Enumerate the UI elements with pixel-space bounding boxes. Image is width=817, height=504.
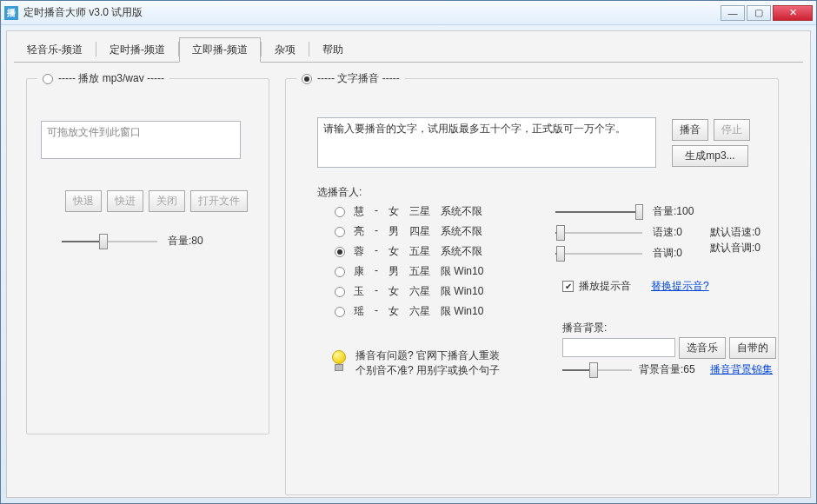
voice-cell: -	[375, 204, 378, 219]
voice-cell: 康	[354, 264, 364, 279]
bg-label: 播音背景:	[562, 321, 607, 335]
tab-immediate[interactable]: 立即播-频道	[179, 37, 261, 63]
play-tts-button[interactable]: 播音	[672, 119, 708, 141]
file-volume-slider[interactable]	[62, 237, 157, 246]
voice-cell: 六星	[409, 284, 430, 299]
voice-cell: -	[375, 224, 378, 239]
voice-cell: -	[375, 284, 378, 299]
minimize-button[interactable]: ―	[721, 5, 745, 21]
default-pitch-label: 默认音调:0	[710, 241, 761, 255]
tab-help[interactable]: 帮助	[309, 37, 356, 63]
voice-radio[interactable]	[335, 227, 345, 237]
tts-speed-label: 语速:0	[653, 225, 682, 240]
tts-pitch-label: 音调:0	[653, 246, 682, 261]
bg-collection-link[interactable]: 播音背景锦集	[710, 362, 773, 377]
voice-cell: 亮	[354, 224, 364, 239]
tab-content: ----- 播放 mp3/wav ----- 可拖放文件到此窗口 快退 快进 关…	[7, 63, 810, 497]
generate-mp3-button[interactable]: 生成mp3...	[672, 145, 748, 167]
choose-music-button[interactable]: 选音乐	[679, 337, 726, 359]
fastforward-button[interactable]: 快进	[107, 190, 143, 212]
voice-cell: 六星	[409, 304, 430, 319]
tts-text-input[interactable]: 请输入要播音的文字，试用版最多五十个字，正式版可一万个字。	[317, 117, 656, 168]
voice-cell: 系统不限	[441, 204, 482, 219]
hint-line-2: 个别音不准? 用别字或换个句子	[355, 363, 500, 378]
voice-cell: 五星	[409, 264, 430, 279]
voice-list: 慧-女三星系统不限亮-男四星系统不限蓉-女五星系统不限康-男五星限 Win10玉…	[335, 204, 483, 324]
group-text-to-speech: ----- 文字播音 ----- 请输入要播音的文字，试用版最多五十个字，正式版…	[285, 78, 779, 495]
radio-play-file[interactable]	[43, 74, 53, 84]
voice-radio[interactable]	[335, 247, 345, 257]
window-title: 定时播音大师 v3.0 试用版	[23, 5, 721, 20]
tts-pitch-slider[interactable]	[555, 249, 642, 258]
voice-cell: 瑶	[354, 304, 364, 319]
bg-volume-label: 背景音量:65	[639, 362, 695, 377]
open-file-button[interactable]: 打开文件	[190, 190, 248, 212]
window-controls: ― ▢ ✕	[721, 5, 813, 21]
group-play-file-header: ----- 播放 mp3/wav -----	[37, 71, 169, 86]
close-button[interactable]: ✕	[773, 5, 813, 21]
voice-cell: 慧	[354, 204, 364, 219]
voice-radio[interactable]	[335, 207, 345, 217]
hint-box: 播音有问题? 官网下播音人重装 个别音不准? 用别字或换个句子	[329, 348, 500, 378]
default-speed-label: 默认语速:0	[710, 225, 761, 240]
app-window: 播 定时播音大师 v3.0 试用版 ― ▢ ✕ 轻音乐-频道 定时播-频道 立即…	[0, 0, 817, 504]
voice-cell: -	[375, 304, 378, 319]
bg-music-input[interactable]	[562, 338, 675, 357]
voice-row: 蓉-女五星系统不限	[335, 244, 483, 259]
tab-timed[interactable]: 定时播-频道	[96, 37, 178, 63]
voice-cell: 限 Win10	[441, 304, 483, 319]
file-volume-label: 音量:80	[168, 234, 203, 249]
voice-radio[interactable]	[335, 307, 345, 317]
voice-cell: 系统不限	[441, 224, 482, 239]
tab-misc[interactable]: 杂项	[262, 37, 309, 63]
play-prompt-label: 播放提示音	[579, 279, 631, 294]
voice-cell: 五星	[409, 244, 430, 259]
voice-select-label: 选播音人:	[317, 185, 362, 200]
play-prompt-checkbox[interactable]	[562, 281, 574, 292]
voice-cell: 四星	[409, 224, 430, 239]
client-area: 轻音乐-频道 定时播-频道 立即播-频道 杂项 帮助 ----- 播放 mp3/…	[6, 30, 811, 498]
file-drop-area[interactable]: 可拖放文件到此窗口	[41, 121, 241, 159]
rewind-button[interactable]: 快退	[65, 190, 102, 212]
app-icon: 播	[4, 6, 18, 20]
voice-row: 瑶-女六星限 Win10	[335, 304, 483, 319]
voice-cell: 男	[389, 264, 399, 279]
voice-cell: 女	[389, 284, 399, 299]
tts-volume-slider[interactable]	[555, 208, 642, 216]
voice-cell: 三星	[409, 204, 430, 219]
replace-prompt-link[interactable]: 替换提示音?	[651, 279, 709, 294]
hint-line-1: 播音有问题? 官网下播音人重装	[355, 348, 500, 363]
builtin-music-button[interactable]: 自带的	[729, 337, 776, 359]
voice-row: 康-男五星限 Win10	[335, 264, 483, 279]
voice-radio[interactable]	[335, 267, 345, 277]
voice-row: 亮-男四星系统不限	[335, 224, 483, 239]
group-play-file: ----- 播放 mp3/wav ----- 可拖放文件到此窗口 快退 快进 关…	[26, 78, 269, 434]
bg-volume-slider[interactable]	[562, 366, 632, 375]
tts-volume-label: 音量:100	[653, 204, 694, 219]
voice-cell: 系统不限	[441, 244, 482, 259]
voice-cell: -	[375, 264, 378, 279]
lightbulb-icon	[329, 348, 349, 373]
maximize-button[interactable]: ▢	[747, 5, 771, 21]
voice-cell: 女	[389, 204, 399, 219]
voice-cell: 限 Win10	[441, 264, 483, 279]
close-file-button[interactable]: 关闭	[149, 190, 185, 212]
voice-cell: 男	[389, 224, 399, 239]
radio-text-to-speech[interactable]	[302, 74, 312, 84]
tab-bar: 轻音乐-频道 定时播-频道 立即播-频道 杂项 帮助	[14, 36, 810, 62]
voice-row: 玉-女六星限 Win10	[335, 284, 483, 299]
titlebar: 播 定时播音大师 v3.0 试用版 ― ▢ ✕	[1, 1, 816, 25]
voice-cell: -	[375, 244, 378, 259]
voice-cell: 女	[389, 244, 399, 259]
voice-cell: 限 Win10	[441, 284, 483, 299]
stop-tts-button[interactable]: 停止	[714, 119, 750, 141]
group-tts-header: ----- 文字播音 -----	[296, 71, 405, 86]
voice-radio[interactable]	[335, 287, 345, 297]
voice-row: 慧-女三星系统不限	[335, 204, 483, 219]
tab-lightmusic[interactable]: 轻音乐-频道	[14, 37, 96, 63]
voice-cell: 蓉	[354, 244, 364, 259]
voice-cell: 女	[389, 304, 399, 319]
voice-cell: 玉	[354, 284, 364, 299]
tts-speed-slider[interactable]	[555, 229, 642, 237]
